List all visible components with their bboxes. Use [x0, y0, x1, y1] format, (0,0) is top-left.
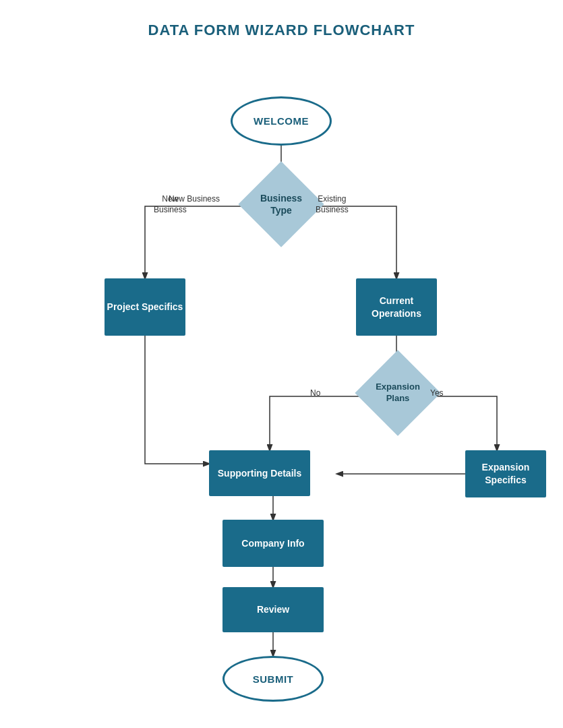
- current-operations-node: Current Operations: [356, 278, 437, 336]
- company-info-node: Company Info: [223, 520, 324, 567]
- review-node: Review: [223, 587, 324, 632]
- welcome-node: WELCOME: [231, 96, 332, 146]
- existing-business-edge-label: ExistingBusiness: [316, 194, 349, 215]
- yes-label: Yes: [430, 388, 444, 398]
- expansion-plans-node: ExpansionPlans: [367, 363, 428, 423]
- flowchart: WELCOME Business Type New Business Proje…: [0, 46, 563, 706]
- expansion-specifics-node: Expansion Specifics: [465, 450, 546, 497]
- submit-node: SUBMIT: [223, 656, 324, 702]
- supporting-details-node: Supporting Details: [209, 450, 310, 496]
- page-title: DATA FORM WIZARD FLOWCHART: [148, 22, 415, 39]
- no-label: No: [310, 388, 320, 398]
- business-type-node: Business Type: [251, 174, 312, 235]
- project-specifics-node: Project Specifics: [105, 278, 185, 336]
- new-business-edge-label: NewBusiness: [154, 194, 187, 215]
